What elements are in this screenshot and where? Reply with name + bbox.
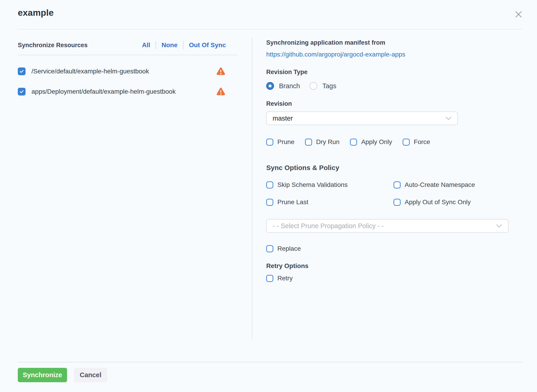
synchronize-button[interactable]: Synchronize (18, 368, 67, 382)
checkbox-label: Prune Last (277, 199, 308, 206)
dry-run-checkbox[interactable] (305, 139, 312, 146)
retry-row: Retry (266, 275, 523, 282)
skip-schema-validations-checkbox[interactable] (266, 182, 273, 188)
prune-policy-placeholder: - - Select Prune Propagation Policy - - (273, 222, 384, 230)
radio-option-branch[interactable]: Branch (266, 82, 300, 90)
radio-label: Branch (279, 82, 300, 90)
revision-label: Revision (266, 100, 523, 107)
chevron-down-icon (446, 117, 451, 120)
panel-divider (252, 38, 252, 339)
checkbox-label: Dry Run (316, 138, 340, 146)
page-title: example (18, 8, 54, 18)
warning-triangle-icon (216, 67, 225, 75)
checkbox-option-prune-last[interactable]: Prune Last (266, 199, 394, 206)
radio-option-tags[interactable]: Tags (309, 82, 336, 90)
footer: Synchronize Cancel (18, 362, 523, 382)
checkbox-option-apply-only[interactable]: Apply Only (350, 138, 392, 146)
prune-propagation-policy-select[interactable]: - - Select Prune Propagation Policy - - (266, 219, 508, 233)
resource-row: /Service/default/example-helm-guestbook (18, 67, 237, 75)
revision-type-label: Revision Type (266, 69, 523, 76)
checkbox-label: Apply Only (361, 138, 392, 146)
checkbox-label: Replace (277, 245, 301, 252)
resource-checkbox-checked[interactable] (18, 88, 26, 95)
manifest-url-link[interactable]: https://github.com/argoproj/argocd-examp… (266, 51, 523, 58)
resource-panel: Synchronize Resources AllNoneOut Of Sync… (18, 30, 237, 96)
checkbox-label: Apply Out of Sync Only (405, 199, 470, 206)
retry-options-label: Retry Options (266, 262, 523, 270)
checkbox-label: Skip Schema Validations (277, 181, 348, 188)
resource-label: apps/Deployment/default/example-helm-gue… (32, 88, 176, 95)
resource-label: /Service/default/example-helm-guestbook (32, 68, 149, 75)
radio-label: Tags (322, 82, 336, 90)
radio-icon[interactable] (266, 82, 274, 90)
checkbox-label: Auto-Create Namespace (405, 181, 475, 188)
force-checkbox[interactable] (403, 139, 410, 146)
chevron-down-icon (496, 224, 502, 228)
checkbox-option-replace[interactable]: Replace (266, 245, 523, 252)
resource-row: apps/Deployment/default/example-helm-gue… (18, 87, 237, 96)
replace-checkbox[interactable] (266, 245, 273, 252)
checkbox-label: Prune (277, 138, 295, 146)
filter-all[interactable]: All (136, 42, 156, 49)
apply-only-checkbox[interactable] (350, 139, 357, 146)
check-icon (19, 89, 24, 94)
sync-flags-row: Prune Dry Run Apply Only Force (266, 138, 523, 146)
resource-panel-header: Synchronize Resources AllNoneOut Of Sync (18, 30, 237, 55)
filter-none[interactable]: None (156, 42, 183, 49)
cancel-button[interactable]: Cancel (74, 368, 107, 382)
checkbox-option-dry-run[interactable]: Dry Run (305, 138, 340, 146)
checkbox-option-auto-create-namespace[interactable]: Auto-Create Namespace (394, 181, 523, 188)
checkbox-option-skip-schema-validations[interactable]: Skip Schema Validations (266, 181, 394, 188)
replace-row: Replace (266, 245, 523, 252)
checkbox-option-force[interactable]: Force (403, 138, 430, 146)
manifest-label: Synchronizing application manifest from (266, 39, 523, 46)
filter-out-of-sync[interactable]: Out Of Sync (183, 42, 231, 49)
apply-out-of-sync-only-checkbox[interactable] (394, 199, 401, 206)
checkbox-label: Force (414, 138, 430, 146)
retry-checkbox[interactable] (266, 275, 273, 282)
auto-create-namespace-checkbox[interactable] (394, 182, 401, 188)
resource-checkbox-checked[interactable] (18, 67, 26, 75)
sync-options-panel: Synchronizing application manifest from … (266, 39, 523, 282)
checkbox-label: Retry (277, 275, 293, 282)
revision-type-radio-group: Branch Tags (266, 82, 523, 90)
checkbox-option-apply-out-of-sync-only[interactable]: Apply Out of Sync Only (394, 199, 523, 206)
revision-select-value: master (273, 115, 293, 122)
synchronize-resources-label: Synchronize Resources (18, 42, 88, 49)
checkbox-option-retry[interactable]: Retry (266, 275, 523, 282)
warning-triangle-icon (216, 87, 225, 96)
header-divider (18, 29, 523, 29)
checkbox-option-prune[interactable]: Prune (266, 138, 295, 146)
sync-options-heading: Sync Options & Policy (266, 164, 523, 172)
radio-icon[interactable] (309, 82, 317, 90)
revision-select[interactable]: master (266, 112, 458, 125)
close-icon[interactable] (513, 9, 524, 20)
filter-group: AllNoneOut Of Sync (136, 41, 237, 49)
check-icon (19, 69, 24, 74)
resource-list: /Service/default/example-helm-guestbook … (18, 67, 237, 96)
prune-checkbox[interactable] (266, 139, 273, 146)
sync-options-grid: Skip Schema Validations Auto-Create Name… (266, 181, 523, 206)
prune-last-checkbox[interactable] (266, 199, 273, 206)
